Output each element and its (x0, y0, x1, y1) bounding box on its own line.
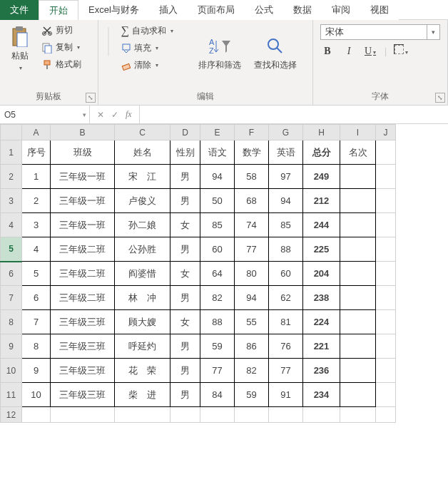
cell[interactable] (170, 407, 200, 423)
cell[interactable]: 85 (269, 213, 303, 237)
cell[interactable]: 82 (235, 359, 269, 383)
tab-data[interactable]: 数据 (283, 0, 322, 20)
cell[interactable]: 224 (303, 310, 340, 334)
cell[interactable]: 59 (200, 334, 235, 359)
cell[interactable]: 68 (235, 189, 269, 213)
cell[interactable]: 孙二娘 (115, 213, 170, 237)
cell[interactable] (376, 237, 396, 262)
row-header-4[interactable]: 4 (1, 213, 22, 237)
find-select-button[interactable]: 查找和选择 (250, 23, 301, 74)
cell[interactable]: 男 (170, 165, 200, 189)
cell[interactable]: 249 (303, 165, 340, 189)
cell[interactable]: 238 (303, 286, 340, 310)
fx-icon[interactable]: fx (126, 109, 132, 120)
row-header-2[interactable]: 2 (1, 165, 22, 189)
cell[interactable]: 男 (170, 286, 200, 310)
cell[interactable]: 三年级一班 (51, 213, 115, 237)
cell[interactable] (115, 407, 170, 423)
cell[interactable] (269, 407, 303, 423)
cell[interactable]: 62 (269, 286, 303, 310)
row-header-9[interactable]: 9 (1, 334, 22, 359)
cell[interactable] (340, 165, 376, 189)
cell[interactable] (376, 213, 396, 237)
underline-button[interactable]: U▾ (363, 44, 377, 58)
sort-filter-button[interactable]: AZ 排序和筛选 (194, 23, 245, 74)
cell[interactable]: 81 (269, 310, 303, 334)
cell[interactable] (376, 140, 396, 165)
cell[interactable]: 77 (235, 237, 269, 262)
cell[interactable] (376, 334, 396, 359)
cell[interactable]: 数学 (235, 140, 269, 165)
cell[interactable]: 1 (22, 165, 51, 189)
cell[interactable] (340, 359, 376, 383)
col-header-B[interactable]: B (51, 125, 115, 140)
cell[interactable]: 呼延灼 (115, 334, 170, 359)
cell[interactable] (376, 262, 396, 286)
clear-button[interactable]: 清除▾ (118, 58, 190, 73)
cell[interactable]: 三年级二班 (51, 286, 115, 310)
cell[interactable] (340, 334, 376, 359)
cell[interactable]: 8 (22, 334, 51, 359)
col-header-D[interactable]: D (170, 125, 200, 140)
row-header-10[interactable]: 10 (1, 359, 22, 383)
font-name-combo[interactable]: 宋体 ▾ (320, 24, 440, 40)
spreadsheet-grid[interactable]: ABCDEFGHIJ1序号班级姓名性别语文数学英语总分名次21三年级一班宋 江男… (0, 124, 448, 482)
format-painter-button[interactable]: 格式刷 (39, 57, 84, 72)
cell[interactable]: 性别 (170, 140, 200, 165)
cell[interactable]: 男 (170, 383, 200, 407)
col-header-H[interactable]: H (303, 125, 340, 140)
cell[interactable]: 4 (22, 237, 51, 262)
cell[interactable]: 姓名 (115, 140, 170, 165)
autosum-button[interactable]: ∑ 自动求和▾ (118, 23, 190, 39)
col-header-J[interactable]: J (376, 125, 396, 140)
cell[interactable] (376, 310, 396, 334)
cell[interactable]: 10 (22, 383, 51, 407)
cell[interactable]: 234 (303, 383, 340, 407)
cell[interactable] (340, 286, 376, 310)
tab-review[interactable]: 审阅 (322, 0, 360, 20)
copy-button[interactable]: 复制▾ (39, 40, 84, 55)
cell[interactable]: 阎婆惜 (115, 262, 170, 286)
tab-formulas[interactable]: 公式 (245, 0, 283, 20)
cell[interactable]: 221 (303, 334, 340, 359)
tab-excel-finance[interactable]: Excel与财务 (78, 0, 149, 20)
col-header-A[interactable]: A (22, 125, 51, 140)
row-header-5[interactable]: 5 (1, 237, 22, 262)
cell[interactable] (200, 407, 235, 423)
tab-insert[interactable]: 插入 (149, 0, 188, 20)
cell[interactable]: 女 (170, 262, 200, 286)
cell[interactable]: 85 (200, 213, 235, 237)
font-launcher[interactable]: ⤡ (435, 93, 445, 103)
cell[interactable]: 公孙胜 (115, 237, 170, 262)
cell[interactable]: 三年级二班 (51, 237, 115, 262)
cell[interactable] (340, 310, 376, 334)
cell[interactable]: 三年级三班 (51, 359, 115, 383)
cell[interactable]: 5 (22, 262, 51, 286)
cell[interactable]: 60 (269, 262, 303, 286)
cell[interactable]: 宋 江 (115, 165, 170, 189)
cell[interactable]: 88 (200, 310, 235, 334)
col-header-G[interactable]: G (269, 125, 303, 140)
cell[interactable]: 男 (170, 237, 200, 262)
cell[interactable]: 男 (170, 189, 200, 213)
border-button[interactable]: ▾ (394, 44, 408, 58)
cell[interactable]: 84 (200, 383, 235, 407)
cell[interactable]: 91 (269, 383, 303, 407)
cell[interactable]: 88 (269, 237, 303, 262)
cell[interactable]: 77 (269, 359, 303, 383)
cell[interactable]: 94 (269, 189, 303, 213)
cell[interactable]: 204 (303, 262, 340, 286)
cell[interactable]: 2 (22, 189, 51, 213)
cell[interactable]: 三年级一班 (51, 165, 115, 189)
cell[interactable]: 序号 (22, 140, 51, 165)
cell[interactable]: 女 (170, 310, 200, 334)
cell[interactable] (376, 165, 396, 189)
cell[interactable]: 总分 (303, 140, 340, 165)
select-all-corner[interactable] (1, 125, 22, 140)
cell[interactable] (340, 383, 376, 407)
cell[interactable]: 60 (200, 237, 235, 262)
row-header-11[interactable]: 11 (1, 383, 22, 407)
row-header-12[interactable]: 12 (1, 407, 22, 423)
cell[interactable] (376, 359, 396, 383)
row-header-3[interactable]: 3 (1, 189, 22, 213)
